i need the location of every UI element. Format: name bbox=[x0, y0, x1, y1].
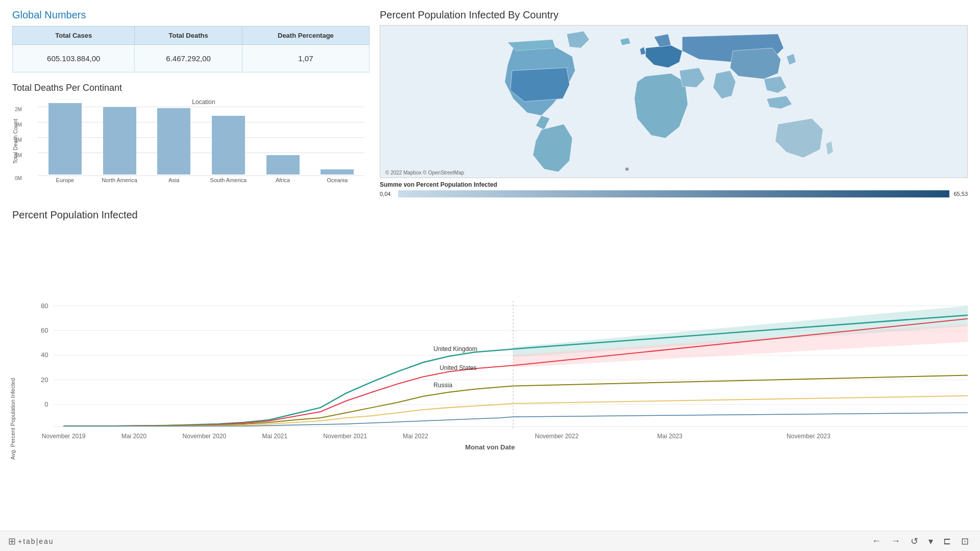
svg-text:Monat von Date: Monat von Date bbox=[465, 443, 514, 451]
svg-text:November 2019: November 2019 bbox=[42, 433, 86, 440]
map-section: Percent Population Infected By Country bbox=[380, 9, 968, 203]
svg-text:80: 80 bbox=[41, 302, 48, 310]
tableau-grid-icon: ⊞ bbox=[8, 536, 16, 547]
ytick-4: 2M bbox=[15, 122, 22, 128]
home-button[interactable]: ⊏ bbox=[940, 535, 954, 548]
expand-button[interactable]: ⊡ bbox=[958, 535, 972, 548]
map-container: © 2022 Mapbox © OpenStreetMap bbox=[380, 25, 968, 178]
back-button[interactable]: ← bbox=[869, 535, 884, 547]
svg-text:Mai 2021: Mai 2021 bbox=[262, 433, 287, 440]
col-total-cases: Total Cases bbox=[13, 27, 135, 45]
forward-button[interactable]: → bbox=[888, 535, 903, 547]
bar-north-america: North America bbox=[92, 107, 147, 183]
svg-text:Mai 2020: Mai 2020 bbox=[121, 433, 147, 440]
val-total-cases: 605.103.884,00 bbox=[13, 45, 135, 72]
svg-text:United Kingdom: United Kingdom bbox=[433, 345, 477, 353]
ytick-3: 1M bbox=[15, 137, 22, 143]
stats-table: Total Cases Total Deaths Death Percentag… bbox=[12, 26, 370, 72]
svg-text:United States: United States bbox=[439, 364, 476, 371]
global-numbers-title: Global Numbers bbox=[12, 9, 370, 21]
col-death-pct: Death Percentage bbox=[242, 27, 369, 45]
color-bar-section: Summe von Percent Population Infected 0,… bbox=[380, 181, 968, 197]
svg-text:0: 0 bbox=[44, 400, 48, 408]
svg-text:November 2020: November 2020 bbox=[182, 433, 226, 440]
bar-africa: Africa bbox=[256, 155, 310, 183]
svg-text:20: 20 bbox=[41, 376, 48, 384]
col-total-deaths: Total Deaths bbox=[135, 27, 242, 45]
bottom-toolbar: ⊞ +tab|eau ← → ↺ ▾ ⊏ ⊡ bbox=[0, 531, 980, 551]
color-bar-min: 0,04 bbox=[380, 191, 395, 197]
color-bar-title: Summe von Percent Population Infected bbox=[380, 181, 968, 188]
svg-text:Mai 2023: Mai 2023 bbox=[657, 433, 682, 440]
bar-asia: Asia bbox=[146, 108, 201, 183]
svg-text:November 2023: November 2023 bbox=[787, 433, 830, 440]
svg-text:40: 40 bbox=[41, 351, 48, 359]
ytick-2: 1M bbox=[15, 153, 22, 158]
color-bar bbox=[398, 190, 949, 197]
svg-text:Mai 2022: Mai 2022 bbox=[403, 433, 428, 440]
svg-text:60: 60 bbox=[41, 327, 48, 334]
bar-oceania: Oceania bbox=[310, 169, 364, 183]
map-title: Percent Population Infected By Country bbox=[380, 9, 968, 21]
bar-south-america: South America bbox=[201, 116, 256, 183]
line-chart-section: Percent Population Infected Avg. Percent… bbox=[12, 209, 968, 531]
toolbar-right: ← → ↺ ▾ ⊏ ⊡ bbox=[869, 535, 972, 548]
svg-text:November 2021: November 2021 bbox=[323, 433, 367, 440]
svg-text:November 2022: November 2022 bbox=[535, 433, 579, 440]
val-total-deaths: 6.467.292,00 bbox=[135, 45, 242, 72]
dropdown-button[interactable]: ▾ bbox=[925, 535, 936, 548]
refresh-button[interactable]: ↺ bbox=[908, 535, 921, 548]
deaths-chart-section: Total Deaths Per Continant Location Tota… bbox=[12, 83, 370, 211]
ytick-5: 2M bbox=[15, 107, 22, 112]
ytick-1: 0M bbox=[15, 176, 22, 181]
map-copyright: © 2022 Mapbox © OpenStreetMap bbox=[385, 170, 464, 176]
svg-point-1 bbox=[625, 167, 629, 171]
line-chart-title: Percent Population Infected bbox=[12, 209, 968, 221]
deaths-chart-title: Total Deaths Per Continant bbox=[12, 83, 370, 93]
bar-europe: Europe bbox=[38, 103, 92, 183]
tableau-logo: ⊞ +tab|eau bbox=[8, 536, 54, 547]
line-chart-svg: 80 60 40 20 0 November 2019 Mai 2020 Nov… bbox=[12, 225, 968, 531]
val-death-pct: 1,07 bbox=[242, 45, 369, 72]
svg-text:Russia: Russia bbox=[433, 382, 452, 389]
tableau-text: +tab|eau bbox=[18, 537, 54, 545]
global-numbers-section: Global Numbers Total Cases Total Deaths … bbox=[12, 9, 370, 72]
line-chart-y-label: Avg. Percent Population Infected bbox=[10, 378, 16, 460]
color-bar-max: 65,53 bbox=[952, 191, 968, 197]
